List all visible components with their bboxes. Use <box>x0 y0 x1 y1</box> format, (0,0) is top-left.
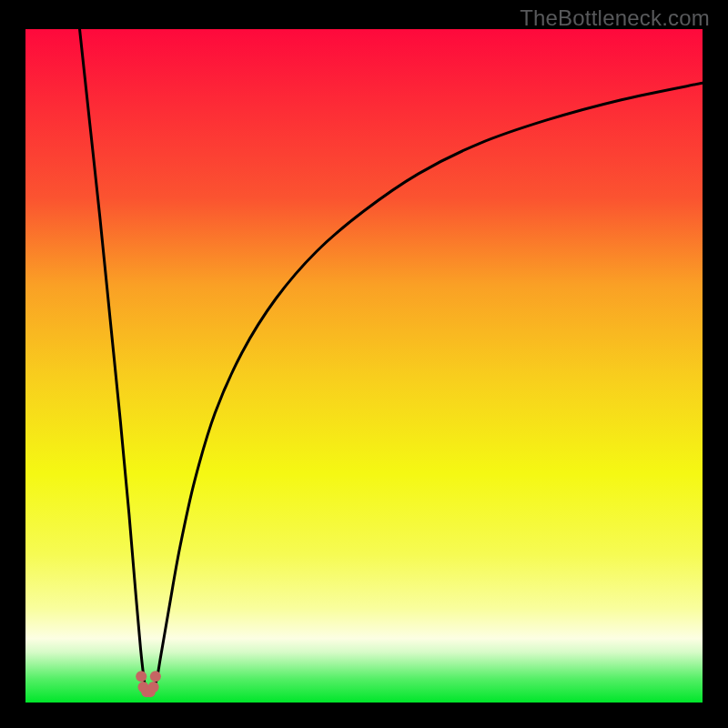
plot-area <box>25 29 703 703</box>
valley-dot <box>148 682 159 693</box>
valley-dots <box>136 671 161 697</box>
chart-frame: TheBottleneck.com <box>0 0 728 728</box>
watermark-text: TheBottleneck.com <box>520 5 710 31</box>
bottleneck-curve <box>25 29 703 703</box>
valley-dot <box>136 671 147 682</box>
valley-dot <box>150 671 161 682</box>
